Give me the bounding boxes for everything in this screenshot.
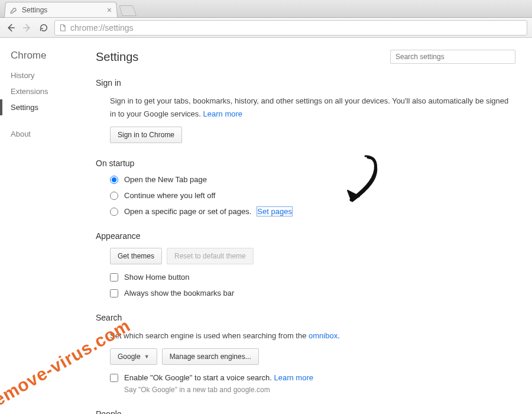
sidebar-item-settings[interactable]: Settings bbox=[0, 99, 89, 115]
omnibox-link[interactable]: omnibox bbox=[309, 331, 338, 340]
reset-theme-button: Reset to default theme bbox=[167, 248, 254, 264]
page-icon bbox=[59, 24, 67, 32]
back-button[interactable] bbox=[5, 22, 17, 34]
caret-down-icon: ▼ bbox=[144, 354, 150, 360]
tab-title: Settings bbox=[22, 6, 48, 14]
show-home-checkbox-row[interactable]: Show Home button bbox=[110, 273, 515, 282]
page-title: Settings bbox=[96, 50, 138, 64]
settings-sidebar: Chrome History Extensions Settings About bbox=[0, 38, 89, 414]
arrow-right-icon bbox=[22, 22, 33, 33]
wrench-icon bbox=[9, 6, 18, 14]
people-heading: People bbox=[96, 409, 515, 414]
signin-heading: Sign in bbox=[96, 78, 515, 88]
startup-radio-specific[interactable] bbox=[110, 208, 118, 216]
ok-google-checkbox[interactable] bbox=[110, 374, 118, 382]
manage-search-engines-button[interactable]: Manage search engines... bbox=[162, 348, 259, 365]
show-bookmarks-checkbox[interactable] bbox=[110, 289, 118, 297]
browser-tab-settings[interactable]: Settings × bbox=[4, 2, 118, 17]
omnibox[interactable]: chrome://settings bbox=[54, 20, 527, 35]
browser-toolbar: chrome://settings bbox=[0, 18, 532, 38]
sidebar-brand: Chrome bbox=[0, 50, 89, 67]
section-startup: On startup Open the New Tab page Continu… bbox=[96, 159, 515, 216]
get-themes-button[interactable]: Get themes bbox=[110, 248, 162, 264]
search-description: Set which search engine is used when sea… bbox=[110, 329, 515, 342]
section-search: Search Set which search engine is used w… bbox=[96, 313, 515, 394]
section-signin: Sign in Sign in to get your tabs, bookma… bbox=[96, 78, 515, 143]
startup-radio-newtab[interactable] bbox=[110, 176, 118, 184]
sidebar-item-history[interactable]: History bbox=[0, 67, 89, 83]
set-pages-link[interactable]: Set pages bbox=[257, 207, 292, 216]
section-people: People bbox=[96, 409, 515, 414]
reload-icon bbox=[39, 23, 48, 33]
sidebar-item-about[interactable]: About bbox=[0, 126, 89, 142]
appearance-heading: Appearance bbox=[96, 231, 515, 241]
forward-button[interactable] bbox=[21, 22, 33, 34]
show-home-checkbox[interactable] bbox=[110, 273, 118, 282]
search-engine-select[interactable]: Google ▼ bbox=[110, 348, 157, 365]
startup-option-newtab[interactable]: Open the New Tab page bbox=[110, 175, 515, 184]
signin-learn-more-link[interactable]: Learn more bbox=[203, 109, 242, 118]
reload-button[interactable] bbox=[38, 22, 50, 34]
ok-google-helper: Say "Ok Google" in a new tab and google.… bbox=[124, 386, 515, 394]
startup-heading: On startup bbox=[96, 159, 515, 168]
new-tab-button[interactable] bbox=[119, 5, 137, 16]
section-appearance: Appearance Get themes Reset to default t… bbox=[96, 231, 515, 297]
settings-content: Settings Sign in Sign in to get your tab… bbox=[89, 38, 532, 414]
search-settings-input[interactable] bbox=[390, 50, 515, 64]
browser-tabstrip: Settings × bbox=[0, 0, 532, 18]
show-bookmarks-checkbox-row[interactable]: Always show the bookmarks bar bbox=[110, 289, 515, 297]
signin-button[interactable]: Sign in to Chrome bbox=[110, 127, 182, 143]
search-heading: Search bbox=[96, 313, 515, 322]
sidebar-item-extensions[interactable]: Extensions bbox=[0, 83, 89, 99]
tab-close-icon[interactable]: × bbox=[106, 6, 112, 14]
arrow-left-icon bbox=[5, 22, 16, 33]
startup-option-specific[interactable]: Open a specific page or set of pages. Se… bbox=[110, 207, 515, 216]
ok-google-learn-more-link[interactable]: Learn more bbox=[274, 373, 313, 382]
signin-description: Sign in to get your tabs, bookmarks, his… bbox=[110, 95, 515, 121]
omnibox-url: chrome://settings bbox=[70, 23, 134, 33]
startup-radio-continue[interactable] bbox=[110, 192, 118, 200]
ok-google-checkbox-row[interactable]: Enable "Ok Google" to start a voice sear… bbox=[110, 373, 515, 382]
startup-option-continue[interactable]: Continue where you left off bbox=[110, 191, 515, 200]
